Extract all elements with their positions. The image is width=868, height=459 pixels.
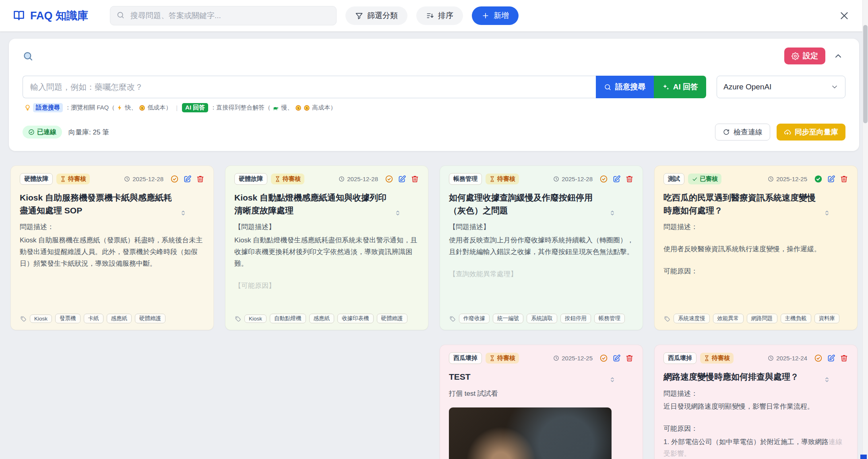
expand-icon[interactable] [609,376,616,383]
semantic-search-panel: 設定 語意搜尋 AI 回答 Azure OpenAI [9,39,859,151]
delete-button[interactable] [840,175,848,183]
scrollbar-thumb[interactable] [863,25,868,123]
card-header: 西瓜壞掉 待審核 2025-12-25 [449,352,634,364]
faq-card-grid: 硬體故障 待審核 2025-12-28 Kiosk 自助服務機發票機卡紙與感應紙… [10,165,858,459]
card-body: 打個 test 試試看 [449,388,634,401]
desc-text: Kiosk 自動點燈機發生感應紙耗盡但系統未發出警示通知，且收據印表機更換耗材後… [234,235,419,270]
review-status-badge: 待審核 [271,174,304,184]
funnel-icon [355,12,363,20]
tag: 自動點燈機 [270,314,306,323]
card-title: 吃西瓜的民眾遇到醫療資訊系統速度變慢時應如何處理？ [663,191,823,217]
card-actions [170,175,205,183]
check-connection-label: 檢查連線 [734,127,763,137]
tag: 系統速度慢 [674,314,710,323]
hint-row: 語意搜尋 ：瀏覽相關 FAQ（ 快、 $ 低成本） | AI 回答 ：直接得到整… [23,103,845,112]
delete-button[interactable] [840,354,848,362]
delete-button[interactable] [625,354,634,362]
tag-list: Kiosk 自動點燈機 感應紙 收據印表機 硬體維護 [234,307,419,323]
edit-button[interactable] [827,175,835,183]
card-header: 西瓜壞掉 待審核 2025-12-24 [663,352,848,364]
book-icon [12,9,26,23]
expand-icon[interactable] [394,209,401,217]
desc-text: 打個 test 試試看 [449,388,634,400]
tag-icon [449,315,456,322]
card-actions [599,175,634,183]
expand-icon[interactable] [609,209,616,217]
card-actions [814,354,848,362]
sync-vector-button[interactable]: 同步至向量庫 [777,124,845,141]
edit-button[interactable] [398,175,406,183]
faq-card: 硬體故障 待審核 2025-12-28 Kiosk 自助服務機發票機卡紙與感應紙… [10,165,214,330]
category-badge: 硬體故障 [234,173,267,185]
main-content: 設定 語意搜尋 AI 回答 Azure OpenAI [0,31,868,459]
hint-text: 快、 [125,104,137,112]
hourglass-icon [704,355,710,361]
card-body: 【問題描述】 使用者反映查詢上月份作廢收據時系統持續載入（轉圈圈），且針對統編輸… [449,221,634,282]
status-row: 已連線 向量庫: 25 筆 檢查連線 同步至向量庫 [23,124,845,141]
expand-icon[interactable] [823,376,831,383]
pencil-icon [612,354,621,362]
approve-button[interactable] [599,175,608,183]
model-select[interactable]: Azure OpenAI [717,76,845,98]
expand-icon[interactable] [823,209,831,217]
title-row: Kiosk 自助服務機發票機卡紙與感應紙耗盡通知處理 SOP [20,191,205,217]
title-row: 如何處理收據查詢緩慢及作廢按鈕停用（灰色）之問題 [449,191,634,217]
trash-icon [411,175,419,183]
tag: 網路問題 [747,314,777,323]
approve-button[interactable] [599,354,608,362]
clock-icon [768,176,774,182]
delete-button[interactable] [625,175,634,183]
tag: 帳務管理 [594,314,625,323]
query-row: 語意搜尋 AI 回答 Azure OpenAI [23,76,845,98]
expand-icon[interactable] [180,209,187,217]
close-icon[interactable] [837,10,852,21]
approve-button[interactable] [170,175,179,183]
trash-icon [625,354,634,362]
chevron-up-icon[interactable] [831,51,845,61]
category-badge: 硬體故障 [20,173,53,185]
approve-button[interactable] [814,354,823,362]
settings-button[interactable]: 設定 [784,48,825,64]
scrollbar-track[interactable] [862,0,868,459]
tag: 效能異常 [713,314,744,323]
tag: 卡紙 [84,314,103,323]
model-selected-value: Azure OpenAI [723,83,771,91]
question-input[interactable] [23,76,596,98]
faq-card: 硬體故障 待審核 2025-12-28 Kiosk 自動點燈機感應紙通知與收據列… [225,165,428,330]
delete-button[interactable] [196,175,205,183]
tag: 硬體維護 [135,314,165,323]
faq-card: 測試 已審核 2025-12-25 吃西瓜的民眾遇到醫療資訊系統速度變慢時應如何… [654,165,858,330]
ai-hint-chip: AI 回答 [182,103,208,112]
title-row: 網路速度變慢時應如何排查與處理？ [663,370,848,383]
date-label: 2025-12-25 [776,176,807,182]
title-row: Kiosk 自動點燈機感應紙通知與收據列印清晰度故障處理 [234,191,419,217]
edit-button[interactable] [183,175,192,183]
magnifier-icon [23,51,33,62]
approve-button[interactable] [814,175,823,183]
edit-button[interactable] [612,175,621,183]
tag-list: 作廢收據 統一編號 系統讀取 按鈕停用 帳務管理 [449,307,634,323]
filter-category-button[interactable]: 篩選分類 [345,6,407,25]
approve-button[interactable] [385,175,393,183]
search-input[interactable] [110,6,337,25]
add-new-button[interactable]: 新增 [472,6,519,25]
delete-button[interactable] [411,175,419,183]
scroll-corner-widget [860,455,867,459]
tag: 統一編號 [493,314,523,323]
check-connection-button[interactable]: 檢查連線 [715,124,770,141]
card-header: 測試 已審核 2025-12-25 [663,173,848,185]
edit-button[interactable] [827,354,835,362]
sort-button[interactable]: 排序 [416,6,463,25]
sync-vector-label: 同步至向量庫 [795,127,838,137]
edit-button[interactable] [612,354,621,362]
hourglass-icon [489,355,495,361]
trash-icon [196,175,205,183]
faq-card: 西瓜壞掉 待審核 2025-12-24 網路速度變慢時應如何排查與處理？ [654,345,858,459]
desc-text: 使用者反映查詢上月份作廢收據時系統持續載入（轉圈圈），且針對統編輸入錯誤之收據，… [449,235,634,258]
clock-icon [553,176,559,182]
semantic-search-button[interactable]: 語意搜尋 [596,76,654,98]
card-header: 硬體故障 待審核 2025-12-28 [20,173,205,185]
title-row: 吃西瓜的民眾遇到醫療資訊系統速度變慢時應如何處理？ [663,191,848,217]
ai-answer-button[interactable]: AI 回答 [654,76,706,98]
sparkle-icon [662,83,670,91]
